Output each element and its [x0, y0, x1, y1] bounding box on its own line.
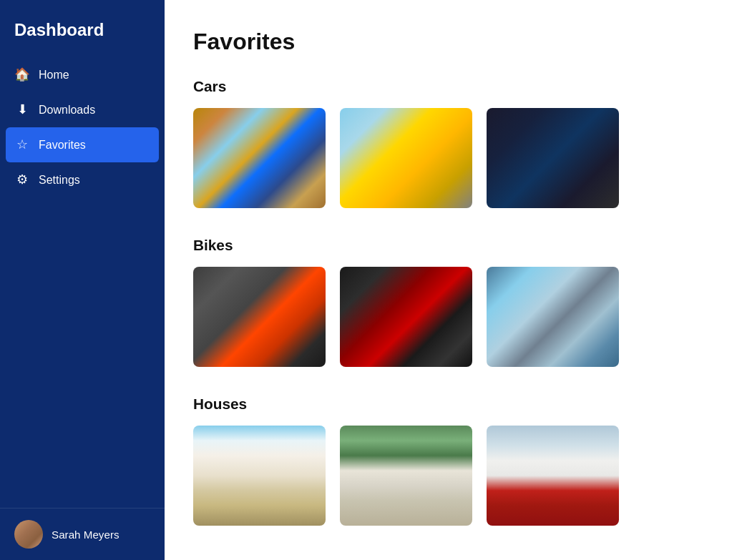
settings-icon: ⚙ [14, 172, 30, 187]
houses-section: Houses [193, 396, 703, 526]
main-content: Favorites Cars Bikes Houses [165, 0, 732, 560]
home-icon: 🏠 [14, 67, 30, 82]
bike-image-3[interactable] [487, 267, 619, 367]
cars-section: Cars [193, 78, 703, 208]
car-image-2[interactable] [340, 108, 472, 208]
house-image-3[interactable] [487, 426, 619, 526]
sidebar-title: Dashboard [0, 0, 165, 57]
houses-grid [193, 426, 703, 526]
page-title: Favorites [193, 29, 703, 55]
car-image-3[interactable] [487, 108, 619, 208]
sidebar-item-favorites-label: Favorites [39, 139, 86, 152]
sidebar-spacer [0, 197, 165, 508]
bike-image-2[interactable] [340, 267, 472, 367]
house-image-1[interactable] [193, 426, 326, 526]
sidebar-item-home[interactable]: 🏠 Home [0, 57, 165, 92]
sidebar-item-home-label: Home [39, 69, 69, 82]
bike-image-1[interactable] [193, 267, 326, 367]
sidebar-item-settings[interactable]: ⚙ Settings [0, 162, 165, 197]
favorites-icon: ☆ [14, 137, 30, 152]
house-image-2[interactable] [340, 426, 472, 526]
avatar [14, 520, 43, 549]
sidebar-item-downloads-label: Downloads [39, 104, 95, 117]
downloads-icon: ⬇ [14, 102, 30, 117]
cars-grid [193, 108, 703, 208]
car-image-1[interactable] [193, 108, 326, 208]
avatar-image [14, 520, 43, 549]
sidebar-item-downloads[interactable]: ⬇ Downloads [0, 92, 165, 127]
bikes-section: Bikes [193, 237, 703, 367]
sidebar: Dashboard 🏠 Home ⬇ Downloads ☆ Favorites… [0, 0, 165, 560]
user-name: Sarah Meyers [52, 529, 119, 541]
user-section: Sarah Meyers [0, 508, 165, 560]
bikes-section-title: Bikes [193, 237, 703, 254]
sidebar-item-favorites[interactable]: ☆ Favorites [6, 127, 159, 162]
sidebar-item-settings-label: Settings [39, 174, 80, 187]
houses-section-title: Houses [193, 396, 703, 413]
sidebar-nav: 🏠 Home ⬇ Downloads ☆ Favorites ⚙ Setting… [0, 57, 165, 197]
cars-section-title: Cars [193, 78, 703, 95]
bikes-grid [193, 267, 703, 367]
